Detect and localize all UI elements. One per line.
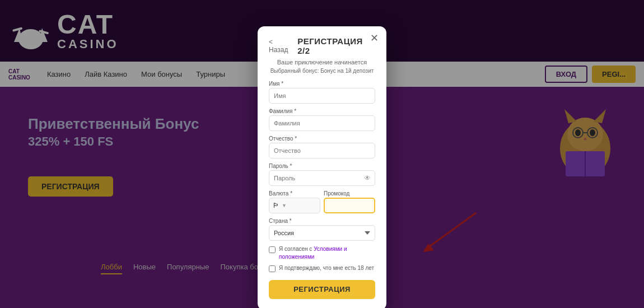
promo-input[interactable]: [324, 198, 375, 213]
modal-overlay: ✕ < Назад РЕГИСТРАЦИЯ 2/2 Ваше приключен…: [0, 0, 644, 308]
age-checkbox-group: Я подтверждаю, что мне есть 18 лет: [269, 264, 375, 272]
promo-group: Промокод: [324, 190, 375, 213]
patronymic-input[interactable]: [269, 143, 375, 158]
modal-title: РЕГИСТРАЦИЯ 2/2: [297, 36, 375, 55]
password-wrapper: 👁: [269, 170, 375, 186]
phone-label: Валюта *: [269, 190, 320, 197]
modal-bonus-text: Выбранный бонус: Бонус на 1й депозит: [269, 68, 375, 74]
terms-link[interactable]: Условиями и положениями: [279, 246, 347, 260]
age-label: Я подтверждаю, что мне есть 18 лет: [279, 264, 374, 272]
phone-select-wrapper[interactable]: 🏳 ▼: [269, 198, 320, 213]
modal-close-button[interactable]: ✕: [370, 32, 379, 44]
phone-flag-icon: 🏳: [273, 202, 279, 209]
promo-label: Промокод: [324, 190, 375, 197]
phone-chevron-icon: ▼: [282, 203, 287, 208]
country-group: Страна * Россия Беларусь Казахстан Украи…: [269, 218, 375, 241]
patronymic-group: Отчество *: [269, 136, 375, 158]
terms-checkbox-group: Я согласен с Условиями и положениями: [269, 245, 375, 261]
password-group: Пароль * 👁: [269, 163, 375, 186]
registration-modal: ✕ < Назад РЕГИСТРАЦИЯ 2/2 Ваше приключен…: [258, 26, 386, 309]
phone-promo-row: Валюта * 🏳 ▼ Промокод: [269, 190, 375, 213]
name-input[interactable]: [269, 88, 375, 104]
terms-checkbox[interactable]: [269, 246, 276, 253]
phone-group: Валюта * 🏳 ▼: [269, 190, 320, 213]
patronymic-label: Отчество *: [269, 136, 375, 142]
country-label: Страна *: [269, 218, 375, 224]
age-checkbox[interactable]: [269, 265, 276, 272]
surname-input[interactable]: [269, 115, 375, 131]
modal-header: < Назад РЕГИСТРАЦИЯ 2/2: [269, 36, 375, 55]
name-group: Имя *: [269, 81, 375, 104]
name-label: Имя *: [269, 81, 375, 87]
surname-label: Фамилия *: [269, 108, 375, 114]
password-label: Пароль *: [269, 163, 375, 169]
modal-back-button[interactable]: < Назад: [269, 38, 293, 54]
surname-group: Фамилия *: [269, 108, 375, 131]
terms-label: Я согласен с Условиями и положениями: [279, 245, 375, 261]
password-input[interactable]: [269, 170, 375, 186]
modal-register-button[interactable]: РЕГИСТРАЦИЯ: [269, 280, 375, 299]
country-select[interactable]: Россия Беларусь Казахстан Украина: [269, 225, 375, 241]
modal-subtitle: Ваше приключение начинается: [269, 59, 375, 66]
password-toggle-button[interactable]: 👁: [364, 174, 371, 182]
